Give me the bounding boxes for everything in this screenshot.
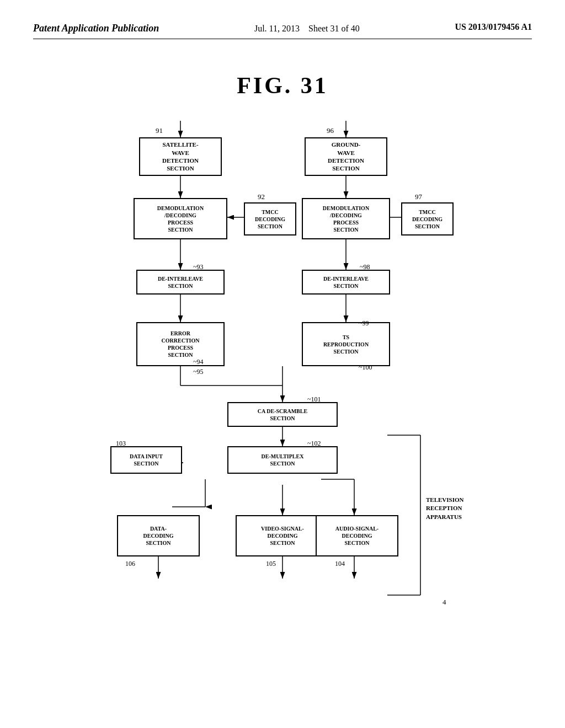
label-92: 92 <box>258 192 265 201</box>
page: Patent Application Publication Jul. 11, … <box>0 0 565 728</box>
label-apparatus: TELEVISIONRECEPTIONAPPARATUS <box>426 496 463 521</box>
box-104: AUDIO-SIGNAL-DECODINGSECTION <box>316 515 398 556</box>
box-106: DATA-DECODINGSECTION <box>117 515 200 556</box>
box-93: DE-INTERLEAVESECTION <box>136 270 225 295</box>
box-91: SATELLITE-WAVEDETECTIONSECTION <box>139 137 222 176</box>
label-98: ~98 <box>360 263 370 271</box>
label-95: ~95 <box>193 368 204 376</box>
label-100: ~100 <box>359 363 372 372</box>
header-patent-number: US 2013/0179456 A1 <box>455 22 532 32</box>
label-96: 96 <box>327 126 334 135</box>
label-94: ~94 <box>193 358 204 366</box>
label-102: ~102 <box>307 440 321 448</box>
header-publication: Patent Application Publication <box>33 22 159 35</box>
box-101: CA DE-SCRAMBLESECTION <box>227 402 338 427</box>
box-99: TSREPRODUCTIONSECTION <box>302 322 390 366</box>
label-apparatus-num: 4 <box>443 598 446 607</box>
label-106: 106 <box>125 560 135 568</box>
diagram: SATELLITE-WAVEDETECTIONSECTION 91 GROUND… <box>95 121 470 617</box>
box-demod1: DEMODULATION/DECODINGPROCESSSECTION <box>134 198 227 239</box>
box-demod2: DEMODULATION/DECODINGPROCESSSECTION <box>302 198 390 239</box>
box-103: DATA INPUTSECTION <box>110 446 182 474</box>
label-104: 104 <box>335 560 345 568</box>
header-date-sheet: Jul. 11, 2013 Sheet 31 of 40 <box>254 22 360 35</box>
box-97: TMCCDECODINGSECTION <box>401 202 454 235</box>
label-97: 97 <box>415 192 422 201</box>
label-105: 105 <box>266 560 276 568</box>
label-103: 103 <box>116 440 126 448</box>
box-96: GROUND-WAVEDETECTIONSECTION <box>305 137 387 176</box>
label-91: 91 <box>156 126 163 135</box>
label-93: ~93 <box>193 263 204 271</box>
box-94: ERRORCORRECTIONPROCESSSECTION <box>136 322 225 366</box>
box-92: TMCCDECODINGSECTION <box>244 202 296 235</box>
box-98: DE-INTERLEAVESECTION <box>302 270 390 295</box>
box-102: DE-MULTIPLEXSECTION <box>227 446 338 474</box>
label-101: ~101 <box>307 395 321 404</box>
figure-title: FIG. 31 <box>33 72 532 99</box>
header: Patent Application Publication Jul. 11, … <box>33 22 532 39</box>
label-99: ~99 <box>359 319 369 328</box>
